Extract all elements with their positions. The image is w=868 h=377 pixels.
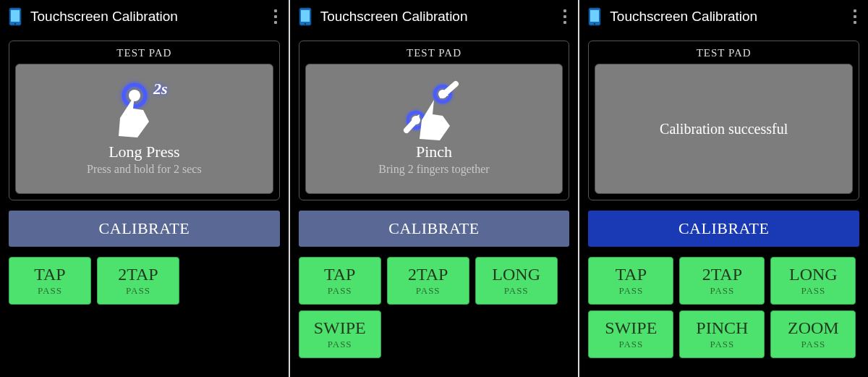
tile-tap[interactable]: TAP PASS — [9, 257, 91, 305]
testpad-message: Calibration successful — [660, 121, 788, 137]
tile-tap[interactable]: TAP PASS — [588, 257, 673, 305]
testpad-title: Long Press — [109, 143, 179, 161]
tile-status: PASS — [416, 285, 441, 297]
calibrate-button[interactable]: CALIBRATE — [9, 211, 280, 247]
overflow-menu-icon[interactable] — [849, 5, 861, 28]
testpad[interactable]: Pinch Bring 2 fingers together — [305, 64, 563, 194]
tile-status: PASS — [328, 285, 352, 297]
tiles-row: TAP PASS 2TAP PASS LONG PASS SWIPE PASS — [299, 257, 570, 358]
app-title: Touchscreen Calibration — [320, 9, 468, 25]
content-area: TEST PAD Calibration successful CALIBRAT… — [579, 33, 868, 377]
tile-label: ZOOM — [788, 318, 839, 338]
phone-icon — [297, 7, 313, 27]
action-bar: Touchscreen Calibration — [0, 0, 289, 33]
action-bar: Touchscreen Calibration — [290, 0, 579, 33]
tile-label: 2TAP — [118, 265, 158, 284]
testpad-frame: TEST PAD 2s 2s — [9, 41, 280, 200]
tile-status: PASS — [618, 285, 643, 297]
testpad-subtitle: Press and hold for 2 secs — [87, 163, 202, 176]
phone-icon — [7, 7, 23, 27]
longpress-gesture-icon: 2s 2s — [104, 82, 184, 140]
app-title: Touchscreen Calibration — [610, 9, 757, 25]
tile-pinch[interactable]: PINCH PASS — [679, 310, 765, 358]
tile-label: PINCH — [696, 318, 748, 338]
tile-status: PASS — [618, 339, 643, 350]
tile-zoom[interactable]: ZOOM PASS — [770, 310, 856, 358]
content-area: TEST PAD 2s 2s — [0, 33, 289, 377]
tile-status: PASS — [504, 285, 529, 297]
tile-status: PASS — [801, 339, 825, 350]
tile-label: TAP — [616, 265, 647, 284]
tiles-row: TAP PASS 2TAP PASS — [9, 257, 280, 305]
testpad-heading: TEST PAD — [595, 47, 853, 59]
tile-swipe[interactable]: SWIPE PASS — [299, 310, 381, 358]
testpad-heading: TEST PAD — [305, 47, 563, 59]
tile-status: PASS — [328, 339, 352, 350]
testpad-frame: TEST PAD — [299, 41, 570, 200]
tile-status: PASS — [126, 285, 150, 297]
testpad-title: Pinch — [416, 143, 452, 161]
tile-2tap[interactable]: 2TAP PASS — [679, 257, 765, 305]
overflow-menu-icon[interactable] — [559, 5, 571, 28]
tile-2tap[interactable]: 2TAP PASS — [387, 257, 469, 305]
tile-status: PASS — [710, 285, 734, 297]
tile-label: LONG — [789, 265, 838, 284]
svg-rect-1 — [11, 10, 20, 22]
testpad[interactable]: 2s 2s Long Press Press and hold for 2 se… — [15, 64, 273, 194]
svg-point-2 — [14, 23, 16, 25]
tile-label: SWIPE — [314, 318, 366, 338]
tile-label: 2TAP — [408, 265, 448, 284]
content-area: TEST PAD — [290, 33, 579, 377]
calibrate-button[interactable]: CALIBRATE — [588, 211, 859, 247]
tile-label: LONG — [492, 265, 540, 284]
tile-tap[interactable]: TAP PASS — [299, 257, 381, 305]
phone-icon — [587, 7, 603, 27]
tile-label: SWIPE — [605, 318, 657, 338]
app-title: Touchscreen Calibration — [30, 9, 178, 25]
svg-rect-16 — [590, 10, 599, 22]
calibrate-button[interactable]: CALIBRATE — [299, 211, 570, 247]
testpad-subtitle: Bring 2 fingers together — [378, 163, 489, 176]
tile-swipe[interactable]: SWIPE PASS — [588, 310, 673, 358]
tile-label: TAP — [34, 265, 65, 284]
testpad[interactable]: Calibration successful — [595, 64, 853, 194]
overflow-menu-icon[interactable] — [270, 5, 281, 28]
tile-long[interactable]: LONG PASS — [770, 257, 856, 305]
svg-point-17 — [594, 23, 595, 25]
tile-label: TAP — [324, 265, 355, 284]
testpad-heading: TEST PAD — [15, 47, 273, 59]
svg-rect-7 — [301, 10, 310, 22]
tile-status: PASS — [710, 339, 734, 350]
panel-2: Touchscreen Calibration TEST PAD — [290, 0, 579, 377]
tile-long[interactable]: LONG PASS — [475, 257, 558, 305]
tiles-row: TAP PASS 2TAP PASS LONG PASS SWIPE PASS … — [588, 257, 859, 358]
svg-point-8 — [304, 23, 305, 25]
pinch-gesture-icon — [383, 82, 485, 140]
svg-text:2s: 2s — [153, 80, 168, 98]
testpad-frame: TEST PAD Calibration successful — [588, 41, 859, 200]
panel-1: Touchscreen Calibration TEST PAD — [0, 0, 289, 377]
tile-status: PASS — [38, 285, 62, 297]
action-bar: Touchscreen Calibration — [579, 0, 868, 33]
panel-3: Touchscreen Calibration TEST PAD Calibra… — [579, 0, 868, 377]
tile-status: PASS — [801, 285, 825, 297]
tile-label: 2TAP — [702, 265, 742, 284]
tile-2tap[interactable]: 2TAP PASS — [97, 257, 179, 305]
